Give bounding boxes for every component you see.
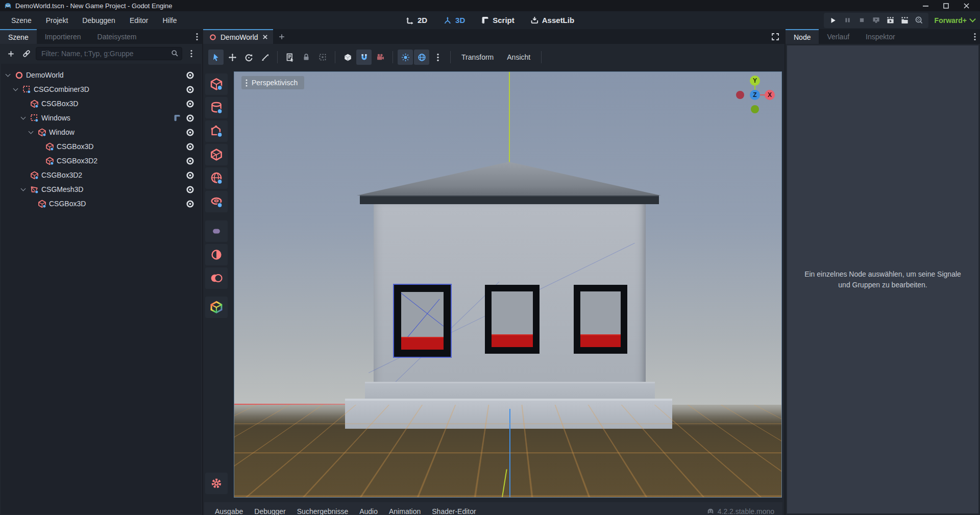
tree-row[interactable]: CSGBox3D [1, 197, 201, 211]
intersection-operation-button[interactable] [205, 244, 228, 265]
add-node-button[interactable] [4, 47, 17, 60]
stop-button[interactable] [855, 15, 868, 26]
tree-row[interactable]: CSGBox3D2 [1, 168, 201, 182]
csg-sphere-button[interactable] [205, 167, 228, 189]
environment-toggle[interactable] [414, 50, 429, 65]
close-button[interactable] [963, 2, 970, 9]
menu-projekt[interactable]: Projekt [39, 13, 76, 28]
snap-magnet-toggle[interactable] [356, 50, 372, 65]
maximize-button[interactable] [942, 2, 949, 9]
workspace-2d-button[interactable]: 2D [406, 16, 427, 24]
eye-icon[interactable] [185, 199, 195, 209]
collapse-chevron-icon[interactable] [20, 115, 27, 121]
eye-icon[interactable] [185, 170, 195, 180]
eye-icon[interactable] [185, 70, 195, 80]
tab-node[interactable]: Node [786, 29, 819, 44]
group-button[interactable] [315, 50, 330, 65]
camera-preview-toggle[interactable] [373, 50, 388, 65]
rotate-tool-button[interactable] [241, 50, 256, 65]
script-icon[interactable] [172, 113, 182, 123]
viewport-3d[interactable]: Perspektivisch Y Z X [234, 71, 782, 498]
tree-menu-dots-icon[interactable] [185, 47, 198, 60]
tab-verlauf[interactable]: Verlauf [819, 29, 857, 44]
movie-maker-button[interactable] [913, 15, 925, 26]
scene-filter-input[interactable] [36, 47, 182, 60]
workspace-3d-button[interactable]: 3D [444, 16, 465, 24]
csg-torus-button[interactable] [205, 191, 228, 212]
tab-dateisystem[interactable]: Dateisystem [89, 29, 145, 44]
bake-mesh-button[interactable] [205, 297, 228, 318]
csg-box-button[interactable] [205, 73, 228, 95]
minimize-button[interactable] [922, 2, 929, 9]
csg-polygon-button[interactable] [205, 120, 228, 142]
local-space-toggle[interactable] [340, 50, 355, 65]
workspace-script-button[interactable]: Script [481, 16, 514, 24]
tree-row[interactable]: Window [1, 125, 201, 139]
gizmo-neg-x-handle[interactable] [736, 91, 744, 99]
collapse-chevron-icon[interactable] [13, 86, 19, 93]
dock-menu-dots-icon[interactable] [196, 33, 198, 41]
bottom-tab-ausgabe[interactable]: Ausgabe [209, 507, 249, 515]
eye-icon[interactable] [185, 141, 195, 152]
csg-cylinder-button[interactable] [205, 97, 228, 118]
gizmo-x-handle[interactable]: X [765, 90, 775, 100]
scale-tool-button[interactable] [257, 50, 273, 65]
tab-szene[interactable]: Szene [0, 29, 37, 44]
view-mode-label[interactable]: Perspektivisch [241, 76, 304, 89]
renderer-dropdown[interactable]: Forward+ [935, 16, 975, 24]
menu-szene[interactable]: Szene [4, 13, 39, 28]
collapse-chevron-icon[interactable] [5, 72, 12, 79]
new-scene-tab-button[interactable] [273, 29, 290, 44]
subtraction-operation-button[interactable] [205, 267, 228, 289]
collapse-chevron-icon[interactable] [20, 186, 27, 193]
eye-icon[interactable] [185, 127, 195, 137]
collapse-chevron-icon[interactable] [28, 129, 35, 136]
workspace-assetlib-button[interactable]: AssetLib [531, 16, 574, 24]
bottom-tab-shader-editor[interactable]: Shader-Editor [426, 507, 481, 515]
menu-debuggen[interactable]: Debuggen [75, 13, 122, 28]
scene-tab-demoworld[interactable]: DemoWorld [203, 29, 273, 44]
bottom-tab-audio[interactable]: Audio [354, 507, 383, 515]
dock-menu-dots-icon[interactable] [974, 33, 976, 41]
bottom-tab-suchergebnisse[interactable]: Suchergebnisse [291, 507, 354, 515]
csg-mesh-button[interactable] [205, 144, 228, 165]
remote-play-button[interactable] [870, 15, 883, 26]
list-select-button[interactable] [282, 50, 298, 65]
pause-button[interactable] [841, 15, 854, 26]
version-info[interactable]: 4.2.2.stable.mono [707, 507, 774, 515]
gear-icon[interactable] [205, 473, 228, 494]
tree-row[interactable]: CSGBox3D [1, 139, 201, 154]
eye-icon[interactable] [185, 184, 195, 194]
gizmo-z-handle[interactable]: Z [750, 90, 760, 100]
tree-row[interactable]: CSGBox3D [1, 96, 201, 111]
menu-hilfe[interactable]: Hilfe [155, 13, 184, 28]
tab-importieren[interactable]: Importieren [37, 29, 89, 44]
close-tab-icon[interactable] [262, 34, 268, 40]
move-tool-button[interactable] [225, 50, 240, 65]
bottom-tab-debugger[interactable]: Debugger [249, 507, 291, 515]
union-operation-button[interactable] [205, 220, 228, 242]
tree-row[interactable]: DemoWorld [1, 68, 201, 82]
sun-toggle[interactable] [398, 50, 413, 65]
attach-script-button[interactable] [20, 47, 33, 60]
view-options-dots-icon[interactable] [430, 50, 446, 65]
eye-icon[interactable] [185, 113, 195, 123]
play-scene-button[interactable] [884, 15, 897, 26]
bottom-tab-animation[interactable]: Animation [383, 507, 426, 515]
tree-row[interactable]: CSGMesh3D [1, 182, 201, 197]
gizmo-y-handle[interactable]: Y [750, 76, 760, 86]
menu-editor[interactable]: Editor [122, 13, 156, 28]
expand-viewport-icon[interactable] [771, 33, 779, 41]
tree-row[interactable]: CSGBox3D2 [1, 154, 201, 168]
eye-icon[interactable] [185, 84, 195, 94]
ansicht-menu[interactable]: Ansicht [501, 50, 536, 64]
tree-row[interactable]: CSGCombiner3D [1, 82, 201, 96]
lock-button[interactable] [299, 50, 314, 65]
transform-menu[interactable]: Transform [455, 50, 500, 64]
play-custom-scene-button[interactable] [898, 15, 911, 26]
gizmo-neg-y-handle[interactable] [751, 105, 759, 113]
tree-row[interactable]: Windows [1, 111, 201, 125]
eye-icon[interactable] [185, 99, 195, 109]
tab-inspektor[interactable]: Inspektor [857, 29, 903, 44]
eye-icon[interactable] [185, 156, 195, 166]
